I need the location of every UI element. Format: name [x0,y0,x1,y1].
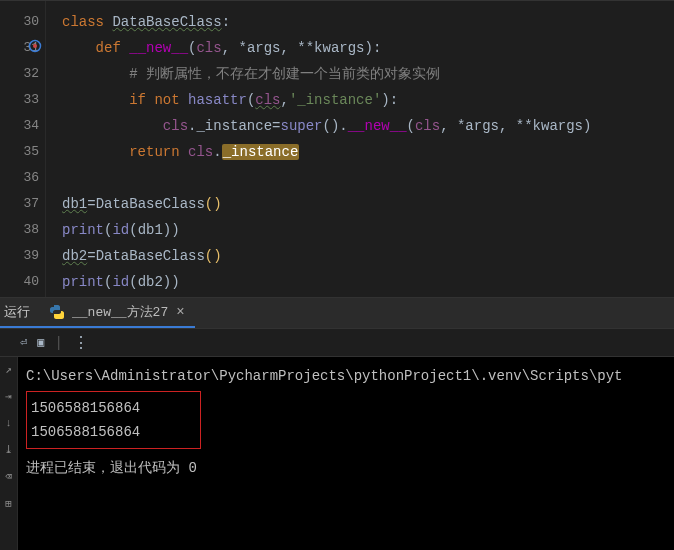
stdout-line: 1506588156864 [31,420,140,444]
action-icon[interactable]: ⤓ [4,443,13,456]
run-tool-label[interactable]: 运行 [0,298,40,328]
selection-highlight: _instance [222,144,300,160]
code-line: print(id(db2)) [46,269,674,295]
code-line: # 判断属性，不存在才创建一个当前类的对象实例 [46,61,674,87]
line-number: 32 [0,61,39,87]
line-number-gutter: 30 31 32 33 34 35 36 37 38 39 40 [0,1,46,297]
scroll-to-end-icon[interactable]: ▣ [37,335,44,350]
code-line: if not hasattr(cls,'_instance'): [46,87,674,113]
soft-wrap-icon[interactable]: ⏎ [20,335,27,350]
run-console-region: ↗ ⇥ ↓ ⤓ ⌫ ⊞ C:\Users\Administrator\Pycha… [0,357,674,550]
line-number: 35 [0,139,39,165]
line-number: 39 [0,243,39,269]
line-number: 34 [0,113,39,139]
run-tool-tabs: 运行 __new__方法27 × [0,297,674,329]
line-number: 33 [0,87,39,113]
console-output[interactable]: C:\Users\Administrator\PycharmProjects\p… [18,357,674,550]
action-icon[interactable]: ⊞ [5,497,12,510]
command-path: C:\Users\Administrator\PycharmProjects\p… [26,365,666,387]
line-number: 30 [0,9,39,35]
separator: | [54,335,62,351]
code-line: cls._instance=super().__new__(cls, *args… [46,113,674,139]
run-tab[interactable]: __new__方法27 × [40,298,195,328]
svg-point-1 [33,44,37,48]
code-line: class DataBaseClass: [46,9,674,35]
line-number: 36 [0,165,39,191]
line-number: 37 [0,191,39,217]
code-line: db2=DataBaseClass() [46,243,674,269]
close-icon[interactable]: × [176,304,184,320]
code-line: def __new__(cls, *args, **kwargs): [46,35,674,61]
code-editor[interactable]: class DataBaseClass: def __new__(cls, *a… [46,1,674,297]
code-line: print(id(db1)) [46,217,674,243]
code-line [46,165,674,191]
action-icon[interactable]: ↗ [5,363,12,376]
console-toolbar: ⏎ ▣ | ⋮ [0,329,674,357]
code-line: return cls._instance [46,139,674,165]
code-line: db1=DataBaseClass() [46,191,674,217]
more-actions-icon[interactable]: ⋮ [73,333,91,353]
action-icon[interactable]: ⌫ [5,470,12,483]
highlighted-output-box: 1506588156864 1506588156864 [26,391,201,449]
console-action-column: ↗ ⇥ ↓ ⤓ ⌫ ⊞ [0,357,18,550]
process-exit-line: 进程已结束，退出代码为 0 [26,457,666,479]
line-number: 40 [0,269,39,295]
override-gutter-icon[interactable] [28,37,42,51]
run-tab-label: __new__方法27 [72,303,168,321]
stdout-line: 1506588156864 [31,396,140,420]
line-number: 38 [0,217,39,243]
python-file-icon [50,305,64,319]
editor-region: 30 31 32 33 34 35 36 37 38 39 40 class D… [0,0,674,297]
action-icon[interactable]: ⇥ [5,390,12,403]
action-icon[interactable]: ↓ [5,417,12,429]
